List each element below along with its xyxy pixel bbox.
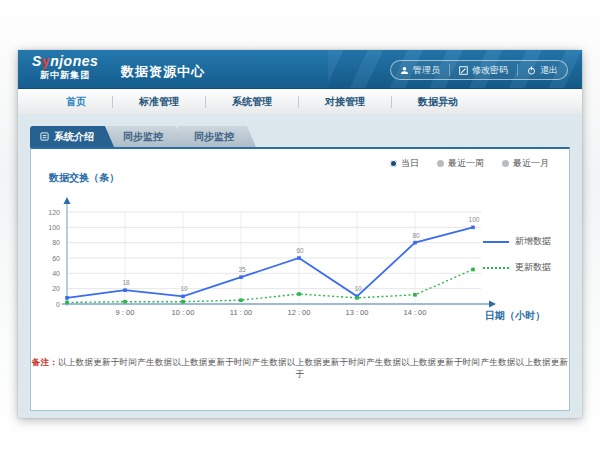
tab-label: 系统介绍 — [54, 126, 94, 147]
x-tick-label: 10 : 00 — [172, 308, 195, 317]
company-logo: Synjones 新中新集团 — [32, 54, 98, 80]
chart-panel: 当日 最近一周 最近一月 数据交换（条） 0204060801001209 : … — [30, 147, 570, 411]
tab-label: 同步监控 — [194, 131, 234, 142]
logout-button[interactable]: 退出 — [517, 64, 567, 76]
filter-label: 最近一月 — [513, 157, 549, 170]
logo-text-en: Synjones — [32, 54, 98, 68]
main-navbar: 首页 标准管理 系统管理 对接管理 数据异动 — [18, 89, 582, 115]
y-tick-label: 60 — [52, 255, 60, 262]
x-tick-label: 14 : 00 — [404, 308, 427, 317]
power-icon — [527, 66, 536, 75]
logout-label: 退出 — [540, 64, 558, 77]
chart-legend: 新增数据 更新数据 — [483, 235, 551, 274]
footnote-prefix: 备注： — [32, 357, 58, 367]
y-axis-arrow-icon — [64, 197, 71, 204]
x-tick-label: 12 : 00 — [288, 308, 311, 317]
data-point — [239, 275, 243, 279]
data-point — [123, 288, 127, 292]
legend-label: 更新数据 — [515, 261, 551, 274]
data-point — [471, 226, 475, 230]
y-tick-label: 40 — [52, 270, 60, 277]
footnote: 备注：以上数据更新于时间产生数据以上数据更新于时间产生数据以上数据更新于时间产生… — [31, 357, 569, 381]
x-tick-label: 11 : 00 — [230, 308, 252, 317]
data-point-label: 100 — [469, 216, 480, 223]
line-chart: 0204060801001209 : 0010 : 0011 : 0012 : … — [33, 189, 513, 329]
user-name: 管理员 — [413, 64, 440, 77]
data-point — [297, 256, 301, 260]
data-point — [413, 293, 417, 297]
edit-icon — [459, 66, 468, 75]
data-point-label: 18 — [122, 279, 130, 286]
x-axis-arrow-icon — [489, 301, 496, 308]
footnote-text: 以上数据更新于时间产生数据以上数据更新于时间产生数据以上数据更新于时间产生数据以… — [58, 357, 568, 379]
change-password-label: 修改密码 — [472, 64, 508, 77]
dotted-line-sample — [483, 267, 509, 269]
change-password-button[interactable]: 修改密码 — [449, 64, 517, 76]
filter-option-today[interactable]: 当日 — [390, 157, 419, 170]
filter-option-last-week[interactable]: 最近一周 — [437, 157, 484, 170]
data-point — [413, 241, 417, 245]
y-tick-label: 0 — [56, 301, 60, 308]
data-point — [239, 298, 243, 302]
data-point-label: 80 — [412, 232, 420, 239]
x-tick-label: 9 : 00 — [116, 308, 135, 317]
app-window: Synjones 新中新集团 数据资源中心 管理员 修改密码 退出 首页 标准管… — [18, 50, 582, 418]
radio-selected-icon — [390, 160, 397, 167]
nav-item-data-change[interactable]: 数据异动 — [392, 95, 484, 109]
data-point-label: 10 — [180, 285, 188, 292]
data-point — [355, 296, 359, 300]
data-point — [123, 300, 127, 304]
data-point — [297, 292, 301, 296]
y-axis-title: 数据交换（条） — [49, 171, 119, 185]
data-point — [65, 301, 69, 305]
data-point — [471, 268, 475, 272]
tab-bar: 系统介绍 同步监控 同步监控 — [30, 126, 582, 147]
data-point-label: 35 — [238, 266, 246, 273]
legend-item-updated-data: 更新数据 — [483, 261, 551, 274]
app-header: Synjones 新中新集团 数据资源中心 管理员 修改密码 退出 — [18, 50, 582, 89]
user-toolbar: 管理员 修改密码 退出 — [390, 60, 568, 80]
nav-item-system-mgmt[interactable]: 系统管理 — [206, 95, 298, 109]
legend-label: 新增数据 — [515, 235, 551, 248]
solid-line-sample — [483, 241, 509, 243]
tab-label: 同步监控 — [123, 131, 163, 142]
tab-sync-monitor-1[interactable]: 同步监控 — [107, 126, 185, 147]
y-tick-label: 120 — [48, 209, 60, 216]
nav-item-interface-mgmt[interactable]: 对接管理 — [299, 95, 391, 109]
nav-item-standard-mgmt[interactable]: 标准管理 — [113, 95, 205, 109]
filter-option-last-month[interactable]: 最近一月 — [502, 157, 549, 170]
y-tick-label: 80 — [52, 239, 60, 246]
logo-text-cn: 新中新集团 — [32, 71, 98, 80]
tab-sync-monitor-2[interactable]: 同步监控 — [178, 126, 256, 147]
document-icon — [40, 132, 49, 141]
data-point-label: 60 — [296, 247, 304, 254]
data-point — [181, 300, 185, 304]
data-point-label: 10 — [354, 285, 362, 292]
content-area: 系统介绍 同步监控 同步监控 当日 最近一周 — [18, 114, 582, 418]
page-title: 数据资源中心 — [121, 63, 205, 81]
current-user-button[interactable]: 管理员 — [391, 64, 449, 76]
y-tick-label: 20 — [52, 285, 60, 292]
user-icon — [400, 66, 409, 75]
x-axis-title: 日期（小时） — [485, 309, 545, 323]
data-point — [65, 296, 69, 300]
nav-item-home[interactable]: 首页 — [40, 95, 112, 109]
tab-system-intro[interactable]: 系统介绍 — [30, 126, 114, 147]
chart-container: 0204060801001209 : 0010 : 0011 : 0012 : … — [33, 189, 513, 329]
filter-label: 当日 — [401, 157, 419, 170]
radio-unselected-icon — [437, 160, 444, 167]
legend-item-new-data: 新增数据 — [483, 235, 551, 248]
time-range-filter: 当日 最近一周 最近一月 — [390, 157, 549, 170]
data-point — [181, 295, 185, 299]
y-tick-label: 100 — [48, 224, 60, 231]
x-tick-label: 13 : 00 — [346, 308, 369, 317]
filter-label: 最近一周 — [448, 157, 484, 170]
radio-unselected-icon — [502, 160, 509, 167]
